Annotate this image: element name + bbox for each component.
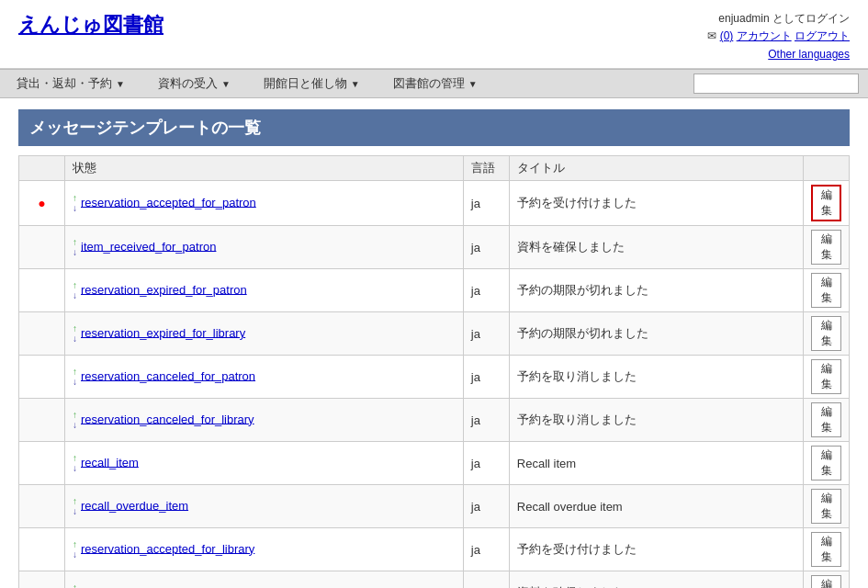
- nav-label-events: 開館日と催し物: [264, 75, 347, 92]
- arrow-down-icon[interactable]: ↓: [73, 334, 77, 344]
- edit-button[interactable]: 編集: [811, 489, 841, 524]
- title-cell: 予約を受け付けました: [509, 181, 803, 226]
- account-link[interactable]: アカウント: [737, 29, 792, 42]
- edit-button[interactable]: 編集: [811, 359, 841, 394]
- col-header-status: [19, 156, 65, 181]
- edit-button[interactable]: 編集: [811, 185, 841, 221]
- arrow-up-icon[interactable]: ↑: [73, 324, 77, 334]
- edit-cell: 編集: [804, 356, 850, 399]
- nav-item-events[interactable]: 開館日と催し物 ▼: [247, 70, 377, 97]
- arrow-up-icon[interactable]: ↑: [73, 454, 77, 463]
- arrow-up-icon[interactable]: ↑: [73, 411, 77, 420]
- template-name-link[interactable]: reservation_expired_for_library: [81, 325, 245, 339]
- sort-icons: ↑ ↓: [73, 194, 77, 213]
- name-cell: ↑ ↓ reservation_accepted_for_patron: [65, 181, 464, 226]
- table-row: ↑ ↓ recall_itemjaRecall item編集: [19, 442, 850, 485]
- arrow-up-icon[interactable]: ↑: [73, 281, 77, 290]
- template-name-link[interactable]: reservation_expired_for_patron: [81, 282, 247, 296]
- login-text: enjuadmin としてログイン: [707, 11, 850, 27]
- site-title-link[interactable]: えんじゅ図書館: [18, 13, 163, 36]
- lang-cell: ja: [463, 485, 509, 528]
- template-name-link[interactable]: item_received_for_patron: [81, 239, 216, 253]
- arrow-up-icon[interactable]: ↑: [73, 583, 77, 589]
- table-body: ● ↑ ↓ reservation_accepted_for_patronja予…: [19, 181, 850, 589]
- search-input[interactable]: [693, 74, 859, 94]
- title-cell: 予約を取り消しました: [509, 356, 803, 399]
- arrow-down-icon[interactable]: ↓: [73, 507, 77, 516]
- name-cell: ↑ ↓ reservation_expired_for_patron: [65, 269, 464, 312]
- other-languages-link[interactable]: Other languages: [768, 48, 850, 61]
- page-title: メッセージテンプレートの一覧: [18, 109, 850, 146]
- status-cell: [19, 356, 65, 399]
- title-cell: 予約の期限が切れました: [509, 269, 803, 312]
- edit-cell: 編集: [804, 312, 850, 356]
- nav-arrow-acquisition: ▼: [221, 79, 231, 89]
- name-cell: ↑ ↓ recall_overdue_item: [65, 485, 464, 528]
- status-cell: [19, 571, 65, 589]
- arrow-up-icon[interactable]: ↑: [73, 368, 77, 377]
- edit-button[interactable]: 編集: [811, 273, 841, 308]
- account-links: ✉ (0) アカウント ログアウト: [707, 28, 850, 44]
- lang-cell: ja: [463, 528, 509, 571]
- template-name-link[interactable]: reservation_canceled_for_patron: [81, 368, 255, 382]
- edit-button[interactable]: 編集: [811, 575, 841, 588]
- arrow-down-icon[interactable]: ↓: [73, 421, 77, 430]
- template-name-link[interactable]: reservation_canceled_for_library: [81, 412, 254, 425]
- template-name-link[interactable]: reservation_accepted_for_patron: [81, 195, 256, 209]
- title-cell: Recall overdue item: [509, 485, 803, 528]
- arrow-up-icon[interactable]: ↑: [73, 540, 77, 549]
- name-cell: ↑ ↓ reservation_accepted_for_library: [65, 528, 464, 571]
- template-name-link[interactable]: reservation_accepted_for_library: [81, 541, 254, 555]
- lang-cell: ja: [463, 399, 509, 442]
- nav-item-lending[interactable]: 貸出・返却・予約 ▼: [0, 70, 141, 97]
- template-name-link[interactable]: recall_overdue_item: [81, 498, 188, 512]
- table-row: ↑ ↓ item_received_for_libraryja資料を確保しました…: [19, 571, 850, 589]
- sort-icons: ↑ ↓: [73, 324, 77, 344]
- nav-item-acquisition[interactable]: 資料の受入 ▼: [141, 70, 247, 97]
- nav-arrow-events: ▼: [351, 79, 360, 89]
- status-cell: [19, 269, 65, 312]
- table-row: ↑ ↓ recall_overdue_itemjaRecall overdue …: [19, 485, 850, 528]
- arrow-up-icon[interactable]: ↑: [73, 238, 77, 247]
- arrow-up-icon[interactable]: ↑: [73, 194, 77, 203]
- name-cell: ↑ ↓ reservation_canceled_for_patron: [65, 356, 464, 399]
- arrow-down-icon[interactable]: ↓: [73, 378, 77, 387]
- col-header-title: タイトル: [509, 156, 803, 181]
- nav-item-management[interactable]: 図書館の管理 ▼: [377, 70, 494, 97]
- arrow-down-icon[interactable]: ↓: [73, 291, 77, 300]
- arrow-down-icon[interactable]: ↓: [73, 248, 77, 257]
- arrow-down-icon[interactable]: ↓: [73, 550, 77, 560]
- lang-cell: ja: [463, 226, 509, 269]
- template-name-link[interactable]: recall_item: [81, 455, 139, 469]
- name-cell: ↑ ↓ item_received_for_library: [65, 571, 464, 589]
- user-info: enjuadmin としてログイン ✉ (0) アカウント ログアウト Othe…: [707, 11, 850, 61]
- arrow-down-icon[interactable]: ↓: [73, 204, 77, 213]
- title-cell: 資料を確保しました: [509, 226, 803, 269]
- edit-button[interactable]: 編集: [811, 230, 841, 265]
- edit-button[interactable]: 編集: [811, 532, 841, 567]
- nav-links: 貸出・返却・予約 ▼ 資料の受入 ▼ 開館日と催し物 ▼ 図書館の管理 ▼: [0, 70, 494, 97]
- edit-cell: 編集: [804, 442, 850, 485]
- edit-cell: 編集: [804, 528, 850, 571]
- sort-icons: ↑ ↓: [73, 368, 77, 387]
- lang-cell: ja: [463, 269, 509, 312]
- edit-button[interactable]: 編集: [811, 316, 841, 351]
- header: えんじゅ図書館 enjuadmin としてログイン ✉ (0) アカウント ログ…: [0, 0, 868, 69]
- table-row: ↑ ↓ reservation_canceled_for_patronja予約を…: [19, 356, 850, 399]
- status-cell: ●: [19, 181, 65, 226]
- messages-link[interactable]: (0): [720, 29, 734, 42]
- edit-cell: 編集: [804, 399, 850, 442]
- nav-wrapper: 貸出・返却・予約 ▼ 資料の受入 ▼ 開館日と催し物 ▼ 図書館の管理 ▼: [0, 69, 868, 98]
- edit-button[interactable]: 編集: [811, 402, 841, 437]
- template-name-link[interactable]: item_received_for_library: [81, 584, 215, 588]
- arrow-down-icon[interactable]: ↓: [73, 464, 77, 473]
- arrow-up-icon[interactable]: ↑: [73, 497, 77, 506]
- lang-cell: ja: [463, 442, 509, 485]
- name-cell: ↑ ↓ recall_item: [65, 442, 464, 485]
- edit-button[interactable]: 編集: [811, 446, 841, 481]
- status-cell: [19, 399, 65, 442]
- table-row: ↑ ↓ reservation_canceled_for_libraryja予約…: [19, 399, 850, 442]
- logout-link[interactable]: ログアウト: [795, 29, 850, 42]
- title-cell: 資料を確保しました: [509, 571, 803, 589]
- other-languages: Other languages: [707, 48, 850, 61]
